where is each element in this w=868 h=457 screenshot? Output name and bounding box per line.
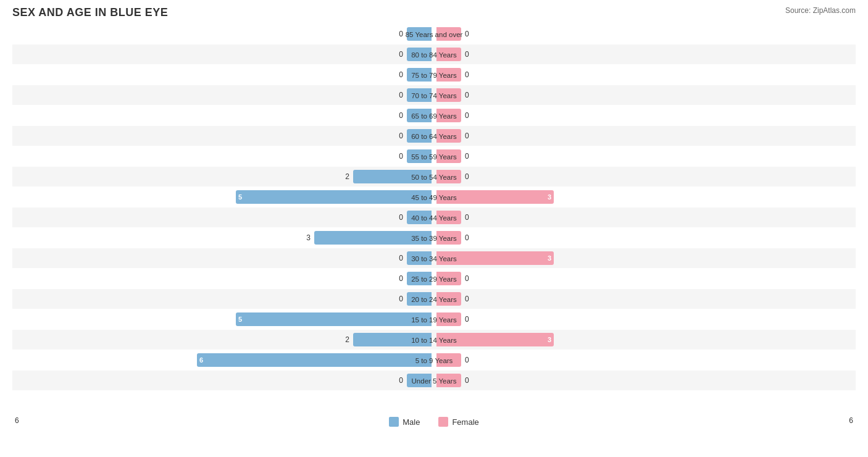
bar-row: 515 to 19 Years0 [12,309,856,329]
chart-row: 250 to 54 Years0 [12,167,856,187]
chart-row: 0Under 5 Years0 [12,371,856,390]
bar-row: 030 to 34 Years3 [12,248,856,268]
bar-row: 335 to 39 Years0 [12,228,856,248]
left-section: 0 [12,48,434,61]
chart-row: 025 to 29 Years0 [12,269,856,288]
right-section: 3 [434,251,856,265]
female-bar [436,149,461,163]
right-section: 0 [434,48,856,61]
right-section: 0 [434,312,856,326]
chart-header: SEX AND AGE IN BLUE EYE Source: ZipAtlas… [12,6,856,19]
bar-row: 020 to 24 Years0 [12,289,856,309]
female-bar [436,292,461,306]
female-value-label: 0 [465,132,475,140]
female-value-label: 0 [465,172,475,181]
female-value-label: 0 [465,295,475,303]
female-value-on-bar: 3 [548,254,554,262]
male-value-label: 0 [393,254,403,262]
male-value-on-bar: 5 [236,316,242,323]
male-bar [353,333,432,346]
chart-container: SEX AND AGE IN BLUE EYE Source: ZipAtlas… [0,0,868,457]
chart-row: 075 to 79 Years0 [12,65,856,85]
male-value-on-bar: 5 [236,193,242,201]
chart-row: 020 to 24 Years0 [12,289,856,309]
male-value-label: 0 [393,30,403,38]
legend-female-color [438,417,448,427]
left-section: 5 [12,190,434,204]
bar-row: 080 to 84 Years0 [12,44,856,64]
female-bar [436,68,461,82]
male-bar [407,48,432,61]
male-bar: 5 [236,312,432,326]
right-section: 0 [434,353,856,367]
right-section: 0 [434,170,856,183]
right-section: 0 [434,27,856,41]
male-bar [407,88,432,102]
male-bar [407,292,432,306]
female-value-on-bar: 3 [548,193,554,201]
left-section: 0 [12,68,434,82]
male-value-label: 0 [393,132,403,140]
male-value-label: 0 [393,70,403,79]
female-bar [436,231,461,245]
female-bar [436,272,461,285]
legend-male-color [389,417,399,427]
chart-row: 65 to 9 Years0 [12,350,856,370]
legend-male-label: Male [403,417,420,427]
female-value-label: 0 [465,356,475,364]
female-bar [436,27,461,41]
left-section: 2 [12,170,434,183]
chart-row: 515 to 19 Years0 [12,309,856,329]
chart-row: 060 to 64 Years0 [12,126,856,146]
left-section: 0 [12,374,434,387]
bar-row: 0Under 5 Years0 [12,371,856,390]
right-section: 0 [434,109,856,122]
right-section: 0 [434,68,856,82]
right-section: 0 [434,129,856,143]
male-value-on-bar: 6 [197,356,203,364]
male-value-label: 2 [340,335,349,344]
left-section: 0 [12,109,434,122]
male-value-label: 0 [393,50,403,59]
left-section: 0 [12,292,434,306]
female-bar: 3 [436,190,554,204]
right-section: 3 [434,333,856,346]
female-bar: 3 [436,333,554,346]
female-bar: 3 [436,251,554,265]
left-section: 0 [12,129,434,143]
male-value-label: 0 [393,213,403,222]
chart-row: 545 to 49 Years3 [12,187,856,207]
male-value-label: 0 [393,274,403,283]
legend: Male Female [389,417,479,427]
bar-row: 65 to 9 Years0 [12,350,856,370]
female-bar [436,170,461,183]
male-value-label: 0 [393,152,403,161]
female-bar [436,88,461,102]
chart-title: SEX AND AGE IN BLUE EYE [12,6,168,19]
male-value-label: 3 [301,233,311,242]
axis-label-right: 6 [849,416,856,425]
male-value-label: 0 [393,91,403,99]
chart-row: 085 Years and over0 [12,24,856,44]
right-section: 3 [434,190,856,204]
male-bar [407,374,432,387]
right-section: 0 [434,272,856,285]
female-value-label: 0 [465,70,475,79]
female-value-label: 0 [465,376,475,385]
chart-source: Source: ZipAtlas.com [785,6,856,15]
right-section: 0 [434,88,856,102]
male-value-label: 2 [340,172,349,181]
legend-female: Female [438,417,478,427]
male-bar [407,27,432,41]
female-bar [436,109,461,122]
chart-row: 080 to 84 Years0 [12,44,856,64]
footer-area: 6 Male Female 6 [12,414,856,427]
female-value-label: 0 [465,91,475,99]
male-bar [314,231,432,245]
male-value-label: 0 [393,376,403,385]
female-value-on-bar: 3 [548,336,554,343]
female-bar [436,211,461,224]
left-section: 0 [12,272,434,285]
female-value-label: 0 [465,315,475,324]
female-value-label: 0 [465,50,475,59]
